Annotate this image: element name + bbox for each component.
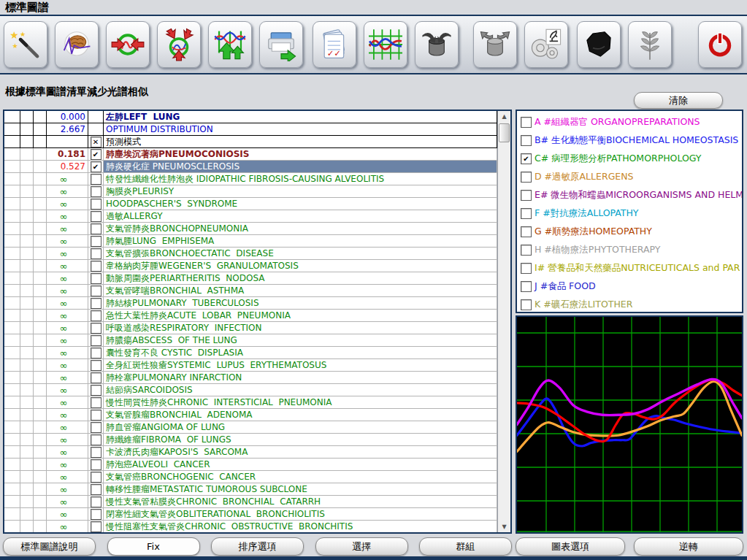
table-row[interactable]: 預測模式 xyxy=(4,136,497,148)
table-row[interactable]: ∞胸膜炎PLEURISY xyxy=(4,185,497,198)
graph-button[interactable] xyxy=(364,21,407,68)
row-checkbox[interactable] xyxy=(91,509,101,520)
row-checkbox[interactable] xyxy=(91,323,101,334)
category-item-A[interactable]: A #組織器官 ORGANOPREPARATIONS xyxy=(519,113,742,131)
group-button[interactable]: 群組 xyxy=(419,537,512,556)
category-checkbox[interactable] xyxy=(521,190,532,201)
row-checkbox[interactable] xyxy=(91,137,101,147)
category-checkbox[interactable] xyxy=(521,263,532,274)
category-item-J[interactable]: J #食品 FOOD xyxy=(519,277,742,296)
pot-in-button[interactable] xyxy=(415,21,459,68)
table-row[interactable]: ∞結節病SARCOIDOSIS xyxy=(4,384,497,396)
stone-button[interactable] xyxy=(577,21,621,68)
row-checkbox[interactable] xyxy=(91,149,101,160)
row-checkbox[interactable] xyxy=(91,248,101,259)
table-row[interactable]: ∞肺結核PULMONARY TUBERCULOSIS xyxy=(4,297,497,310)
category-item-D[interactable]: D #過敏原ALLERGENS xyxy=(519,168,742,186)
row-checkbox[interactable] xyxy=(91,211,101,222)
table-row[interactable]: ∞轉移性腫瘤METASTATIC TUMOROUS SUBCLONE xyxy=(4,483,497,496)
scrollbar-track[interactable] xyxy=(498,122,510,521)
table-row[interactable]: ∞支氣管癌BRONCHOGENIC CANCER xyxy=(4,471,497,483)
category-checkbox[interactable] xyxy=(521,208,532,219)
table-row[interactable]: ∞呼吸道感染RESPIRATORY INFECTION xyxy=(4,322,497,334)
category-item-E[interactable]: E# 微生物和蠕蟲MICROORGANISMS AND HELMI xyxy=(519,186,742,204)
table-row[interactable]: 0.527肺炎硬化症 PNEUMOSCLEROSIS xyxy=(4,161,497,173)
card-index-button[interactable]: ✓✓ xyxy=(313,21,356,68)
row-checkbox[interactable] xyxy=(91,459,101,470)
table-row[interactable]: ∞卡波濟氏肉瘤KAPOSI'S SARCOMA xyxy=(4,446,497,459)
table-row[interactable]: ∞韋格納肉芽腫WEGENER'S GRANULOMATOSIS xyxy=(4,260,497,272)
scroll-down-icon[interactable]: ▼ xyxy=(498,521,510,532)
plant-button[interactable] xyxy=(628,21,672,68)
table-row[interactable]: ∞肺氣腫LUNG EMPHISEMA xyxy=(4,235,497,248)
category-item-C[interactable]: C# 病理形態分析PATHOMORPHOLOGY xyxy=(519,150,742,168)
table-row[interactable]: ∞急性大葉性肺炎ACUTE LOBAR PNEUMONIA xyxy=(4,310,497,322)
table-row[interactable]: ∞慢性阻塞性支氣管炎CHRONIC OBSTRUCTIVE BRONCHITIS xyxy=(4,521,497,532)
compare-button[interactable] xyxy=(106,21,150,68)
row-checkbox[interactable] xyxy=(91,261,101,272)
category-item-G[interactable]: G #順勢療法HOMEOPATHY xyxy=(519,223,742,241)
row-checkbox[interactable] xyxy=(91,348,101,358)
category-item-I[interactable]: I# 營養品和天然藥品NUTRICEUTICALS and PAR xyxy=(519,259,742,277)
row-checkbox[interactable] xyxy=(91,397,101,408)
table-row[interactable]: ∞肺栓塞PULMONARY INFARCTION xyxy=(4,372,497,384)
row-checkbox[interactable] xyxy=(91,236,101,247)
category-checkbox[interactable] xyxy=(521,245,532,256)
row-checkbox[interactable] xyxy=(91,273,101,284)
select-button[interactable]: 選擇 xyxy=(315,537,408,556)
table-row[interactable]: ∞動脈周圍炎PERIARTHERITIS NODOSA xyxy=(4,272,497,285)
exit-button[interactable] xyxy=(698,21,742,68)
vertical-scrollbar[interactable]: ▲ ▼ xyxy=(497,111,510,532)
row-checkbox[interactable] xyxy=(91,410,101,421)
table-row[interactable]: ∞支氣管哮喘BRONCHIAL ASTHMA xyxy=(4,285,497,297)
row-checkbox[interactable] xyxy=(91,385,101,396)
row-checkbox[interactable] xyxy=(91,174,101,185)
microscope-button[interactable] xyxy=(524,21,568,68)
fix-button[interactable]: Fix xyxy=(107,537,200,556)
print-button[interactable] xyxy=(259,21,303,68)
table-row[interactable]: 2.667OPTIMUM DISTRIBUTION xyxy=(4,123,497,136)
table-row[interactable]: 0.000左肺LEFT LUNG xyxy=(4,111,497,123)
table-row[interactable]: ∞閉塞性細支氣管炎OBLITERATIONAL BRONCHIOLITIS xyxy=(4,508,497,521)
chart-options-button[interactable]: 圖表選項 xyxy=(516,537,625,556)
row-checkbox[interactable] xyxy=(91,360,101,371)
row-checkbox[interactable] xyxy=(91,422,101,433)
table-row[interactable]: ∞肺泡癌ALVEOLI CANCER xyxy=(4,459,497,471)
category-checkbox[interactable] xyxy=(521,135,532,146)
category-checkbox[interactable] xyxy=(521,299,532,310)
row-checkbox[interactable] xyxy=(91,434,101,445)
wand-button[interactable]: ★★★ xyxy=(4,21,47,68)
atlas-description-button[interactable]: 標準圖譜說明 xyxy=(3,537,96,556)
brain-button[interactable] xyxy=(55,21,99,68)
category-checkbox[interactable] xyxy=(521,153,532,164)
clear-button[interactable]: 清除 xyxy=(634,92,723,109)
row-checkbox[interactable] xyxy=(91,161,101,172)
entropy-button[interactable] xyxy=(157,21,201,68)
row-checkbox[interactable] xyxy=(91,335,101,346)
row-checkbox[interactable] xyxy=(91,186,101,197)
table-row[interactable]: ∞慢性間質性肺炎CHRONIC INTERSTICIAL PNEUMONIA xyxy=(4,396,497,409)
table-row[interactable]: ∞肺膿瘍ABSCESS OF THE LUNG xyxy=(4,334,497,347)
sort-options-button[interactable]: 排序選項 xyxy=(211,537,304,556)
row-checkbox[interactable] xyxy=(91,447,101,458)
invert-button[interactable]: 逆轉 xyxy=(634,537,743,556)
category-checkbox[interactable] xyxy=(521,281,532,292)
category-item-F[interactable]: F #對抗療法ALLOPATHY xyxy=(519,204,742,223)
category-checkbox[interactable] xyxy=(521,172,532,183)
table-row[interactable]: ∞肺纖維瘤FIBROMA OF LUNGS xyxy=(4,434,497,446)
table-row[interactable]: ∞支氣管腺瘤BRONCHIAL ADENOMA xyxy=(4,409,497,421)
row-checkbox[interactable] xyxy=(91,310,101,321)
category-item-B[interactable]: B# 生化動態平衡BIOCHEMICAL HOMEOSTASIS xyxy=(519,131,742,150)
row-checkbox[interactable] xyxy=(91,223,101,234)
row-checkbox[interactable] xyxy=(91,298,101,309)
raise-chart-button[interactable] xyxy=(208,21,252,68)
category-checkbox[interactable] xyxy=(521,226,532,237)
pot-out-button[interactable] xyxy=(473,21,517,68)
category-item-H[interactable]: H #植物療法PHYTOTHERAPY xyxy=(519,241,742,259)
scrollbar-thumb[interactable] xyxy=(499,123,510,142)
row-checkbox[interactable] xyxy=(91,496,101,507)
row-checkbox[interactable] xyxy=(91,199,101,210)
table-row[interactable]: ∞慢性支氣管粘膜炎CHRONIC BRONCHIAL CATARRH xyxy=(4,496,497,508)
row-checkbox[interactable] xyxy=(91,521,101,532)
category-item-K[interactable]: K #礦石療法LITOTHER xyxy=(519,296,742,313)
